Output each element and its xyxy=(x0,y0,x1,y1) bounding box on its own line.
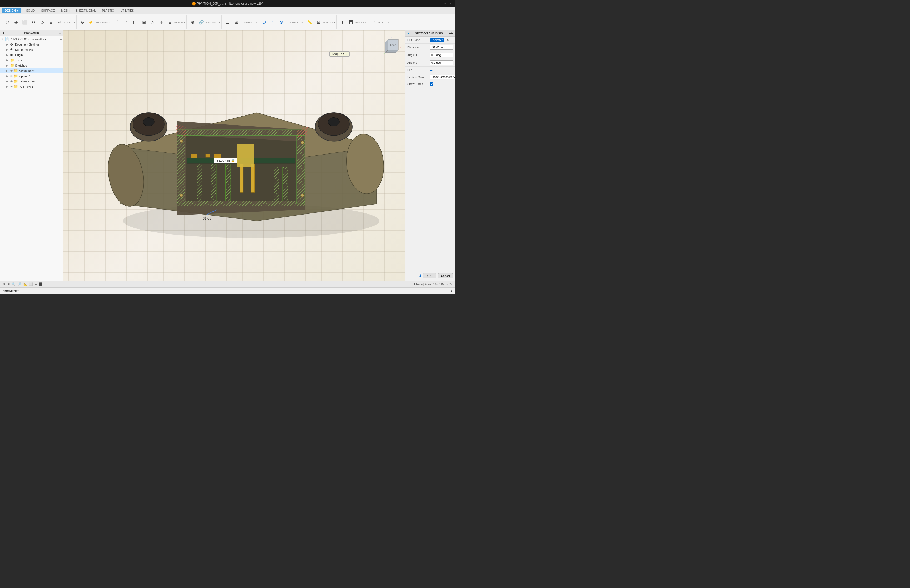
status-icon-display[interactable]: 📐 xyxy=(23,283,27,286)
tree-joints[interactable]: ▶ 📁 Joints xyxy=(0,58,63,63)
toolbar-group-construct: ⬡ ↕ ⊙ CONSTRUCT ▾ xyxy=(259,15,304,29)
tool-point[interactable]: ⊙ xyxy=(277,16,286,28)
tab-utilities[interactable]: UTILITIES xyxy=(117,8,137,13)
nav-cube[interactable]: BACK X Y Z xyxy=(381,36,402,57)
flip-row: Flip ⇄ xyxy=(405,66,455,73)
tool-configure[interactable]: ☰ xyxy=(223,16,232,28)
insert-label: INSERT ▾ xyxy=(356,21,366,24)
svg-point-4 xyxy=(143,118,154,126)
tool-cross-section[interactable]: ⊟ xyxy=(314,16,323,28)
tree-root[interactable]: ▼ 📄 PHYTION_005_transmitter e... ☁ xyxy=(0,37,63,42)
tool-shell[interactable]: ▣ xyxy=(139,16,148,28)
info-icon[interactable]: ℹ xyxy=(419,273,421,278)
flip-icon[interactable]: ⇄ xyxy=(430,68,433,72)
tool-move[interactable]: ✛ xyxy=(157,16,165,28)
status-icon-view2[interactable]: ≡ xyxy=(35,283,37,286)
tool-new-component[interactable]: ⬡ xyxy=(3,16,11,28)
status-icon-view3[interactable]: ⬛ xyxy=(39,283,42,286)
cut-plane-badge[interactable]: 1 selected xyxy=(430,39,444,42)
tool-align[interactable]: ⊟ xyxy=(166,16,174,28)
angle1-input[interactable] xyxy=(430,53,453,57)
eye-icon-pcb[interactable]: 👁 xyxy=(10,85,14,88)
tool-axis[interactable]: ↕ xyxy=(268,16,277,28)
tool-assemble1[interactable]: ⊕ xyxy=(188,16,197,28)
distance-input[interactable] xyxy=(430,45,453,50)
eye-icon-battery[interactable]: 👁 xyxy=(10,80,14,83)
section-color-select[interactable]: From Component xyxy=(430,75,455,79)
automate-icon1: ⚙ xyxy=(79,19,85,25)
tool-extrude[interactable]: ⬜ xyxy=(21,16,29,28)
section-panel-header: ● SECTION ANALYSIS ▶▶ xyxy=(405,30,455,37)
snap-tooltip-text: Snap To : -2 xyxy=(332,52,347,55)
status-icon-layout[interactable]: ⊞ xyxy=(7,283,10,286)
tool-decal[interactable]: 🖼 xyxy=(347,16,355,28)
3d-model-view: 31.08 xyxy=(63,30,405,281)
tree-named-views[interactable]: ▶ 👁 Named Views xyxy=(0,47,63,52)
svg-rect-21 xyxy=(237,144,254,167)
tool-create-form[interactable]: ◈ xyxy=(12,16,20,28)
angle2-label: Angle 2 xyxy=(407,61,430,64)
status-icon-search[interactable]: 🔍 xyxy=(12,283,16,286)
tree-battery[interactable]: ▶ 👁 📁 battery cover:1 xyxy=(0,79,63,84)
tool-measure[interactable]: 📏 xyxy=(306,16,314,28)
tool-revolve[interactable]: ↺ xyxy=(29,16,38,28)
comments-toggle[interactable]: + xyxy=(451,289,453,293)
tool-mirror[interactable]: ⇔ xyxy=(55,16,64,28)
tab-surface[interactable]: SURFACE xyxy=(38,8,58,13)
tree-origin[interactable]: ▶ ⊕ Origin xyxy=(0,52,63,58)
title-bar: 🟠 PHYTION_005_transmitter enclosure new … xyxy=(0,0,455,7)
section-expand-icon[interactable]: ▶▶ xyxy=(449,32,453,35)
tab-solid[interactable]: SOLID xyxy=(23,8,38,13)
top-part-arrow: ▶ xyxy=(6,75,10,78)
show-hatch-checkbox[interactable] xyxy=(430,82,433,86)
tree-sketches-label: Sketches xyxy=(15,64,27,67)
tool-assemble2[interactable]: 🔗 xyxy=(197,16,205,28)
tool-configure2[interactable]: ⊞ xyxy=(232,16,241,28)
minimize-button[interactable]: ─ xyxy=(438,2,442,5)
tree-doc-settings[interactable]: ▶ ⚙ Document Settings xyxy=(0,42,63,47)
viewport[interactable]: 31.08 Snap To : -2 -31.00 mm 🔒 BACK X Y xyxy=(63,30,405,281)
browser-header: ◀ BROWSER + xyxy=(0,30,63,36)
close-button[interactable]: ✕ xyxy=(449,2,453,5)
tab-sheet-metal[interactable]: SHEET METAL xyxy=(73,8,99,13)
cut-plane-close[interactable]: ✕ xyxy=(446,38,449,42)
folder-icon-sketches: 📁 xyxy=(10,63,14,68)
tool-pattern[interactable]: ⊞ xyxy=(47,16,55,28)
tree-pcb-label: PCB new:1 xyxy=(19,85,33,88)
tool-insert[interactable]: ⬇ xyxy=(338,16,346,28)
tree-sketches[interactable]: ▶ 📁 Sketches xyxy=(0,63,63,68)
tool-press-pull[interactable]: ⤴ xyxy=(113,16,122,28)
tool-loft[interactable]: ◇ xyxy=(38,16,46,28)
tool-automate1[interactable]: ⚙ xyxy=(78,16,87,28)
status-icon-settings[interactable]: ⚙ xyxy=(3,283,5,286)
tool-fillet[interactable]: ◜ xyxy=(122,16,131,28)
select-label: SELECT ▾ xyxy=(378,21,389,24)
tree-pcb[interactable]: ▶ 👁 📁 PCB new:1 xyxy=(0,84,63,89)
tab-mesh[interactable]: MESH xyxy=(58,8,73,13)
tree-bottom-part[interactable]: ▶ 👁 📁 bottum part:1 ··· xyxy=(0,68,63,73)
tab-plastic[interactable]: PLASTIC xyxy=(99,8,117,13)
tree-top-part[interactable]: ▶ 👁 📁 top part:1 xyxy=(0,73,63,79)
angle2-input[interactable] xyxy=(430,60,453,65)
status-icon-zoom[interactable]: 🔎 xyxy=(18,283,21,286)
eye-icon-bottom[interactable]: 👁 xyxy=(10,69,14,73)
tool-automate2[interactable]: ⚡ xyxy=(87,16,95,28)
cancel-button[interactable]: Cancel xyxy=(438,273,453,278)
tree-bottom-part-label: bottum part:1 xyxy=(19,69,36,73)
tool-select[interactable]: ⬚ xyxy=(369,16,377,28)
tool-draft[interactable]: △ xyxy=(148,16,157,28)
design-button[interactable]: DESIGN ▾ xyxy=(2,8,21,13)
browser-panel: ◀ BROWSER + ▼ 📄 PHYTION_005_transmitter … xyxy=(0,30,63,281)
new-window-button[interactable]: + xyxy=(443,2,447,5)
pcb-arrow: ▶ xyxy=(6,85,10,88)
tool-plane[interactable]: ⬡ xyxy=(260,16,268,28)
eye-icon-top[interactable]: 👁 xyxy=(10,74,14,78)
toolbar-group-select: ⬚ SELECT ▾ xyxy=(368,15,390,29)
browser-expand-icon[interactable]: + xyxy=(59,32,61,35)
distance-label: Distance xyxy=(407,46,430,49)
dots-icon: ··· xyxy=(36,69,39,73)
ok-button[interactable]: OK xyxy=(423,273,436,278)
status-icon-view1[interactable]: ⬜ xyxy=(29,283,33,286)
browser-collapse-icon[interactable]: ◀ xyxy=(2,31,4,35)
tool-chamfer[interactable]: ◺ xyxy=(131,16,139,28)
